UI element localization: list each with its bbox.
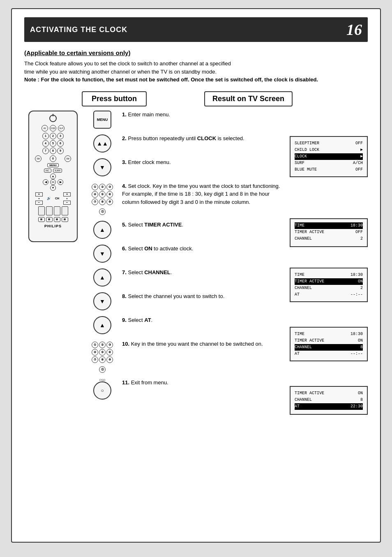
numpad2-3[interactable]: ③ <box>106 342 113 348</box>
remote-bottom-2[interactable]: ⬛ <box>46 217 53 222</box>
numpad2-5[interactable]: ⑤ <box>99 349 106 356</box>
numpad-8[interactable]: ⑧ <box>99 199 106 205</box>
step-7-text: 7. Select CHANNEL. <box>122 268 286 277</box>
numpad-1[interactable]: ① <box>92 184 98 190</box>
step-3-down-icon[interactable]: ▼ <box>93 158 111 176</box>
step-9-label: 9. Select AT. <box>122 316 286 324</box>
remote-av-btn[interactable]: AV <box>42 125 48 132</box>
step-6-num: 6. <box>122 245 127 252</box>
step-6-down-icon[interactable]: ▼ <box>93 245 111 263</box>
step-3-content: Enter clock menu. <box>128 159 171 165</box>
step-5-up-icon[interactable]: ▲ <box>93 221 111 239</box>
remote-nav-right[interactable]: ▶ <box>58 179 63 185</box>
remote-channel: + ▼ − <box>63 192 71 205</box>
numpad2-7[interactable]: ⑦ <box>92 356 98 363</box>
remote-nav-middle: ◀ OK ▶ <box>43 179 63 185</box>
step-11-osd-icon[interactable]: ○ <box>93 381 111 400</box>
remote-vol-up[interactable]: + <box>35 192 43 196</box>
numpad2-9[interactable]: ⑨ <box>106 356 113 363</box>
remote-bottom-3[interactable]: ⬛ <box>54 217 60 222</box>
remote-btn-5[interactable]: 5 <box>50 140 56 147</box>
remote-bottom-4[interactable]: ⬛ <box>62 217 68 222</box>
numpad-0[interactable]: ⓪ <box>99 208 106 215</box>
remote-btn-2[interactable]: 2 <box>50 133 56 139</box>
numpad-2[interactable]: ② <box>99 184 106 190</box>
remote-nav-center[interactable]: OK <box>50 179 56 185</box>
step-9-up-icon[interactable]: ▲ <box>93 316 111 334</box>
remote-btn-1[interactable]: 1 <box>42 133 49 139</box>
remote-sleep-btn[interactable]: SLP <box>58 125 65 132</box>
remote-vol-down[interactable]: − <box>35 201 43 205</box>
remote-smart-right[interactable]: SM <box>65 155 71 162</box>
remote-nav-up[interactable]: ▲ <box>50 173 56 179</box>
step-5-icon-col: ▲ <box>86 221 119 239</box>
step-8-down-icon[interactable]: ▼ <box>93 292 111 310</box>
tv-screen-1: SLEEPTIMER OFF CHILD LOCK ► CLOCK ► SURF… <box>290 136 368 177</box>
tv2-r1-label: TIME <box>295 222 304 229</box>
remote-btn-6[interactable]: 6 <box>57 140 64 147</box>
numpad-5[interactable]: ⑤ <box>99 191 106 198</box>
tv4-row1: TIME 18:30 <box>295 331 363 337</box>
remote-btn-9[interactable]: 9 <box>57 148 64 154</box>
remote-inc-btn[interactable]: INC. <box>44 169 51 173</box>
numpad-7[interactable]: ⑦ <box>92 199 98 205</box>
tv1-r5-label: BLUE MUTE <box>295 166 317 173</box>
numpad2-6[interactable]: ⑥ <box>106 349 113 356</box>
step-1-menu-icon[interactable]: MENU <box>93 111 111 129</box>
tv2-r2-label: TIMER ACTIVE <box>295 229 324 236</box>
numpad2-2[interactable]: ② <box>99 342 106 348</box>
step-8-row: ▼ 8. Select the channel you want to swit… <box>86 292 286 310</box>
step-11-text: 11. Exit from menu. <box>122 379 286 387</box>
remote-menu-btn[interactable]: MENU <box>47 163 59 167</box>
result-header: Result on TV Screen <box>204 91 293 106</box>
intro-line2: time while you are watching another chan… <box>24 69 217 75</box>
step-6-bold: ON <box>144 245 152 252</box>
tv5-row1: TIMER ACTIVE ON <box>295 390 363 397</box>
tv1-r5-value: OFF <box>355 166 363 173</box>
step-1-label: 1. Enter main menu. <box>122 111 286 119</box>
step-7-up-icon[interactable]: ▲ <box>93 268 111 287</box>
remote-ch-up[interactable]: + <box>63 192 71 196</box>
step-5-text: 5. Select TIMER ACTIVE. <box>122 221 286 229</box>
step-3-row: ▼ 3. Enter clock menu. <box>86 158 286 176</box>
step-2-up-icon[interactable]: ▲ <box>93 134 111 153</box>
numpad2-0[interactable]: ⓪ <box>99 366 106 373</box>
remote-power-btn[interactable] <box>49 115 57 122</box>
tv1-r2-label: CHILD LOCK <box>295 147 319 153</box>
remote-nav-left[interactable]: ◀ <box>43 179 48 185</box>
step-2-icon-col: ▲ <box>86 134 119 153</box>
remote-smart-left[interactable]: SM <box>35 155 42 162</box>
step-11-content: Exit from menu. <box>131 379 168 386</box>
remote-btn-4[interactable]: 4 <box>42 140 49 147</box>
remote-osd-btn[interactable]: OSD <box>50 125 56 132</box>
step-8-label: 8. Select the channel you want to switch… <box>122 292 286 300</box>
remote-smart-row: SM 0 SM <box>35 155 71 162</box>
remote-btn-3[interactable]: 3 <box>57 133 64 139</box>
step-2-row: ▲ 2. Press button repeatedly until CLOCK… <box>86 134 286 153</box>
remote-ch-down[interactable]: − <box>63 201 71 205</box>
step-7-bold: CHANNEL <box>144 269 171 275</box>
step-5-num: 5. <box>122 222 127 228</box>
tv5-row3-highlighted: AT 22:30 <box>295 403 363 410</box>
numpad2-8[interactable]: ⑧ <box>99 356 106 363</box>
numpad-6[interactable]: ⑥ <box>106 191 113 198</box>
tv5-row2: CHANNEL 8 <box>295 397 363 403</box>
step-10-text: 10. Key in the time you want the channel… <box>122 340 286 348</box>
numpad-9[interactable]: ⑨ <box>106 199 113 205</box>
numpad-4[interactable]: ④ <box>92 191 98 198</box>
numpad2-1[interactable]: ① <box>92 342 98 348</box>
remote-btn-0[interactable]: 0 <box>50 155 56 162</box>
step-1-content: Enter main menu. <box>128 111 170 118</box>
step-4-numpad: ① ② ③ ④ ⑤ ⑥ ⑦ ⑧ ⑨ <box>92 184 113 205</box>
numpad-3[interactable]: ③ <box>106 184 113 190</box>
tv1-row5: BLUE MUTE OFF <box>295 166 363 173</box>
subtitle: (Applicable to certain versions only) <box>24 49 368 56</box>
remote-btn-7[interactable]: 7 <box>42 148 49 154</box>
remote-bottom-1[interactable]: ⬛ <box>38 217 45 222</box>
numpad2-4[interactable]: ④ <box>92 349 98 356</box>
remote-surr-btn[interactable]: SURR <box>53 169 62 173</box>
step-1-row: MENU 1. Enter main menu. <box>86 111 286 129</box>
remote-btn-8[interactable]: 8 <box>50 148 56 154</box>
tv-screen-2: TIME 18:30 TIMER ACTIVE OFF CHANNEL 2 <box>290 218 368 247</box>
remote-nav-down[interactable]: ▼ <box>50 185 56 191</box>
